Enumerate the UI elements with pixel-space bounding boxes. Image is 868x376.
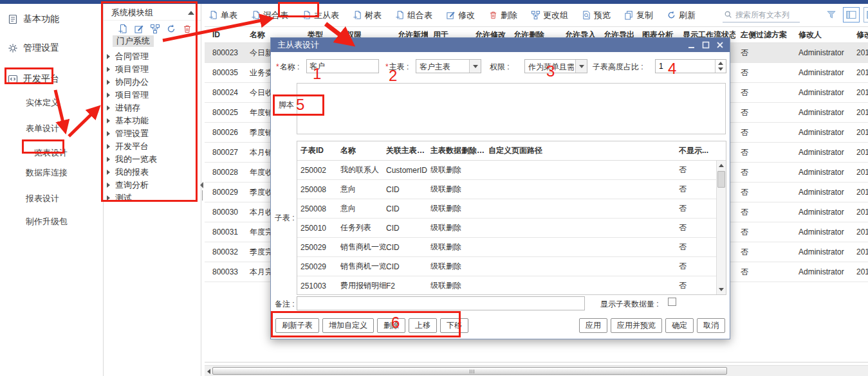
scroll-up-icon[interactable]: [719, 164, 724, 167]
caret-right-icon[interactable]: [107, 131, 110, 136]
subtable-row[interactable]: 251003 费用报销明细 F2 级联删除 否: [297, 276, 726, 295]
search-input[interactable]: [735, 8, 799, 21]
minimize-icon[interactable]: [687, 40, 696, 49]
filter-icon[interactable]: [826, 10, 836, 20]
script-textarea[interactable]: [297, 83, 726, 134]
move-group-icon[interactable]: [150, 24, 160, 34]
caret-right-icon[interactable]: [107, 80, 110, 85]
permission-select[interactable]: 作为菜单且需要...: [524, 59, 587, 73]
subtable-row[interactable]: 250029 销售商机一览表 CID 级联删除 否: [297, 257, 726, 276]
column-layout-button[interactable]: [843, 7, 860, 22]
sidebar-item-admin-settings[interactable]: 管理设置: [0, 40, 103, 56]
refresh-button[interactable]: 刷新: [667, 10, 696, 21]
modify-button[interactable]: 修改: [446, 10, 475, 21]
delete-button[interactable]: 删除: [488, 10, 517, 21]
combo-table-button[interactable]: 组合表: [395, 10, 432, 21]
refresh-tree-icon[interactable]: [166, 24, 176, 34]
scroll-left-icon[interactable]: [207, 369, 210, 374]
column-header[interactable]: 修改人: [793, 30, 851, 40]
sidebar-item-upgrade-package[interactable]: 制作升级包: [26, 215, 68, 228]
tree-item[interactable]: 测试: [104, 192, 201, 204]
add-group-icon[interactable]: [118, 24, 128, 34]
close-icon[interactable]: [716, 40, 725, 49]
tree-item[interactable]: 项目管理: [104, 63, 201, 76]
caret-right-icon[interactable]: [107, 183, 110, 188]
subtable-row[interactable]: 250029 销售商机一览表 CID 级联删除 否: [297, 238, 726, 257]
tree-table-button[interactable]: 树表: [353, 10, 382, 21]
caret-right-icon[interactable]: [107, 105, 110, 111]
scroll-down-icon[interactable]: [719, 288, 724, 291]
sidebar-item-form-design[interactable]: 表单设计: [26, 122, 59, 135]
sidebar-item-dev-platform[interactable]: 开发平台: [0, 71, 103, 87]
tree-item[interactable]: 我的报表: [104, 166, 201, 179]
subtable-column-header[interactable]: 不显示...: [679, 145, 717, 156]
caret-right-icon[interactable]: [107, 67, 110, 72]
single-table-button[interactable]: 单表: [208, 10, 237, 21]
change-group-button[interactable]: 更改组: [531, 10, 568, 21]
spin-up-icon[interactable]: [718, 62, 723, 65]
sidebar-item-list-table-design[interactable]: 一览表设计: [26, 147, 68, 159]
column-header[interactable]: 左侧过滤方案: [735, 30, 793, 40]
sidebar-item-basic-functions[interactable]: 基本功能: [0, 12, 103, 27]
chevron-down-icon[interactable]: [575, 60, 587, 73]
caret-right-icon[interactable]: [107, 170, 110, 175]
maximize-icon[interactable]: [701, 40, 710, 49]
horizontal-scrollbar-thumb[interactable]: [212, 367, 727, 375]
tree-item[interactable]: 项目管理: [104, 89, 201, 102]
column-layout-button-partial[interactable]: [863, 7, 868, 22]
tree-item[interactable]: 我的一览表: [104, 153, 201, 166]
tree-item[interactable]: 合同管理: [104, 50, 201, 63]
master-detail-table-button[interactable]: 主从表: [302, 10, 339, 21]
sidebar-item-report-design[interactable]: 报表设计: [26, 192, 59, 205]
refresh-subtable-button[interactable]: 刷新子表: [275, 318, 319, 333]
name-field[interactable]: [306, 59, 379, 73]
cancel-button[interactable]: 取消: [697, 318, 725, 333]
horizontal-scrollbar[interactable]: [205, 365, 868, 376]
height-ratio-input[interactable]: [656, 60, 715, 73]
vertical-scrollbar-thumb[interactable]: [717, 171, 725, 188]
move-up-button[interactable]: 上移: [409, 318, 437, 333]
column-header[interactable]: 修改: [851, 30, 868, 40]
splitter-handle[interactable]: [202, 190, 203, 201]
show-subtable-count-checkbox[interactable]: [668, 298, 676, 306]
caret-right-icon[interactable]: [107, 93, 110, 98]
tree-item[interactable]: 基本功能: [104, 114, 201, 127]
apply-preview-button[interactable]: 应用并预览: [611, 318, 662, 333]
column-header[interactable]: ID: [207, 30, 245, 39]
caret-right-icon[interactable]: [107, 195, 110, 201]
subtable-column-header[interactable]: 名称: [340, 145, 386, 156]
subtable-row[interactable]: 250008 意向 CID 级联删除 否: [297, 199, 726, 219]
sidebar-item-database-connection[interactable]: 数据库连接: [26, 166, 68, 179]
tree-item[interactable]: 查询分析: [104, 179, 201, 192]
caret-right-icon[interactable]: [107, 118, 110, 123]
subtable-column-header[interactable]: 主表数据删除时子表...: [430, 145, 488, 156]
dialog-titlebar[interactable]: 主从表设计: [271, 38, 730, 52]
copy-button[interactable]: 复制: [624, 10, 653, 21]
sidebar-item-entity-definition[interactable]: 实体定义: [26, 96, 59, 109]
delete-subtable-button[interactable]: 删除: [377, 318, 405, 333]
subtable-column-header[interactable]: 子表ID: [300, 145, 340, 156]
splitter-collapse-icon[interactable]: [200, 182, 203, 188]
tree-item[interactable]: 进销存: [104, 102, 201, 114]
ok-button[interactable]: 确定: [665, 318, 694, 333]
spin-down-icon[interactable]: [718, 67, 723, 71]
apply-button[interactable]: 应用: [579, 318, 607, 333]
subtable-column-header[interactable]: 自定义页面路径: [488, 145, 679, 156]
subtable-row[interactable]: 250008 意向 CID 级联删除 否: [297, 180, 726, 199]
edit-group-icon[interactable]: [134, 24, 144, 34]
tree-item[interactable]: 管理设置: [104, 127, 201, 140]
move-down-button[interactable]: 下移: [440, 318, 468, 333]
caret-right-icon[interactable]: [107, 157, 110, 162]
subtable-row[interactable]: 250002 我的联系人 CustomerID 级联删除 否: [297, 161, 726, 180]
delete-group-icon[interactable]: [182, 24, 192, 34]
tree-item[interactable]: 协同办公: [104, 76, 201, 89]
tree-item-root-selected[interactable]: 门户系统: [113, 35, 154, 47]
remark-input[interactable]: [297, 296, 585, 310]
caret-right-icon[interactable]: [107, 144, 110, 149]
tree-item[interactable]: 开发平台: [104, 140, 201, 153]
collapse-up-icon[interactable]: [188, 11, 194, 15]
chevron-down-icon[interactable]: [469, 60, 481, 73]
master-table-select[interactable]: 客户主表: [416, 59, 481, 73]
mixed-table-button[interactable]: 混合表: [251, 10, 288, 21]
vertical-scrollbar[interactable]: [716, 161, 726, 294]
